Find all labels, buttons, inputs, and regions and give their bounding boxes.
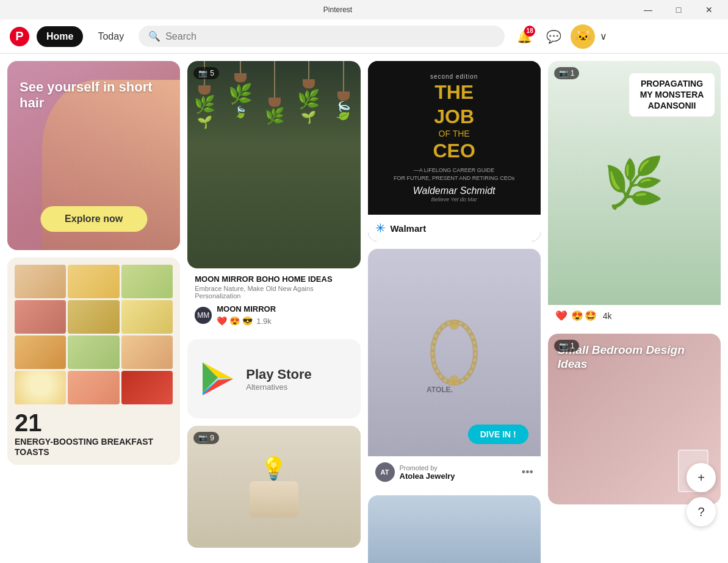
monstera-overlay-text: PROPAGATING MY MONSTERA ADANSONII (629, 73, 715, 117)
play-store-text: Play Store Alternatives (246, 367, 312, 392)
ceo-title-job: JOB (434, 107, 474, 126)
atolea-avatar: AT (375, 462, 395, 482)
hair-explore-card[interactable]: See yourself in short hair Explore now (7, 61, 180, 250)
explore-now-button[interactable]: Explore now (40, 206, 147, 232)
dive-in-button[interactable]: DIVE IN ! (468, 425, 528, 444)
walmart-icon: ✳ (375, 221, 386, 235)
cool-emoji: 😎 (242, 316, 253, 326)
fab-help-button[interactable]: ? (687, 497, 716, 526)
blue-room-card[interactable] (368, 495, 541, 563)
room-floor (250, 481, 298, 518)
play-store-card[interactable]: Play Store Alternatives (187, 339, 360, 418)
promoted-label: Promoted by (400, 464, 455, 472)
reaction-count: 1.9k (256, 317, 272, 326)
rope-5 (343, 61, 344, 91)
camera-icon-4: 📷 (559, 342, 568, 350)
hair-card-title: See yourself in short hair (20, 79, 180, 112)
leaves-1: 🌿 (194, 95, 215, 115)
ceo-title-the: THE (434, 82, 474, 102)
toast-cell-6 (121, 300, 173, 334)
play-store-title: Play Store (246, 367, 312, 382)
face-emoji-2: 🤩 (585, 310, 597, 321)
chevron-down-button[interactable]: ∨ (600, 30, 607, 42)
face-emojis: 😍 🤩 (571, 310, 597, 321)
plant-2: 🌿 🍃 (228, 61, 253, 119)
monstera-image: 📷 1 🌿 PROPAGATING MY MONSTERA ADANSONII (548, 61, 721, 305)
close-button[interactable]: ✕ (695, 0, 723, 20)
pinterest-logo: P (10, 27, 29, 46)
camera-icon-3: 📷 (559, 69, 568, 77)
ceo-author: Waldemar Schmidt (413, 185, 496, 196)
column-3: second edition THE JOB OF THE CEO —A LIF… (368, 61, 541, 563)
toast-cell-7 (15, 335, 66, 369)
toast-number: 21 (15, 409, 173, 437)
room-photo-count: 📷 9 (193, 432, 219, 444)
monstera-likes-row: ❤️ 😍 🤩 4k (548, 305, 721, 326)
cat-icon: 🐱 (575, 29, 591, 45)
leaves-4: 🍃 (234, 106, 247, 119)
leaves-6: 🌿 (297, 88, 320, 110)
search-input[interactable] (165, 31, 495, 42)
face-emoji-1: 😍 (571, 310, 583, 321)
toast-card[interactable]: 21 ENERGY-BOOSTING BREAKFAST TOASTS (7, 257, 180, 465)
atolea-info-left: AT Promoted by Atolea Jewelry (375, 462, 455, 482)
boho-card[interactable]: 📷 9 5 🌿 🌱 (187, 61, 360, 332)
rope-3 (274, 61, 275, 98)
toast-cell-2 (68, 265, 119, 298)
plant-4: 🌿 🌱 (297, 61, 320, 124)
jewelry-card[interactable]: ATOLE. DIVE IN ! AT Promoted by Atolea J… (368, 249, 541, 488)
rope-4 (308, 61, 309, 79)
boho-title: MOON MIRROR BOHO HOME IDEAS (195, 274, 353, 284)
toast-cell-9 (121, 335, 173, 369)
toast-cell-5 (68, 300, 119, 334)
walmart-name: Walmart (391, 223, 427, 234)
svg-point-3 (449, 320, 459, 330)
leaves-8: 🍃 (333, 101, 354, 121)
window-bar: Pinterest — □ ✕ (0, 0, 728, 20)
atolea-name: Atolea Jewelry (400, 472, 455, 481)
atolea-text: Promoted by Atolea Jewelry (400, 464, 455, 481)
ceo-desc: —A LIFELONG CAREER GUIDEFOR FUTURE, PRES… (394, 167, 514, 182)
main-content: See yourself in short hair Explore now (0, 54, 728, 563)
ring-svg: ATOLE. (417, 307, 491, 398)
boho-photo-count: 📷 9 5 (193, 67, 219, 79)
fab-plus-button[interactable]: + (687, 463, 716, 492)
notification-button[interactable]: 🔔 18 (512, 24, 536, 49)
maximize-button[interactable]: □ (665, 0, 693, 20)
user-avatar[interactable]: 🐱 (571, 24, 595, 49)
window-title: Pinterest (41, 5, 634, 14)
camera-icon: 📷 (198, 69, 207, 77)
svg-point-4 (449, 375, 459, 385)
ceo-title-ofthe: OF THE (439, 129, 470, 138)
camera-icon-2: 📷 (198, 434, 207, 442)
bedroom-photo-count: 📷 1 (554, 340, 580, 352)
toast-image-grid (15, 265, 173, 404)
plant-5: 🍃 (333, 61, 354, 121)
atolea-row: AT Promoted by Atolea Jewelry ••• (368, 456, 541, 488)
column-1: See yourself in short hair Explore now (7, 61, 180, 465)
ceo-author-sub: Believe Yet do Mar (431, 196, 477, 203)
today-button[interactable]: Today (90, 26, 131, 47)
boho-info: MOON MIRROR BOHO HOME IDEAS Embrace Natu… (187, 268, 360, 332)
monstera-photo-count: 📷 1 (554, 67, 580, 79)
leaves-2: 🌱 (197, 115, 212, 129)
more-options-button[interactable]: ••• (522, 466, 533, 479)
likes-count: 4k (603, 311, 612, 321)
monstera-card[interactable]: 📷 1 🌿 PROPAGATING MY MONSTERA ADANSONII … (548, 61, 721, 326)
pot-1 (198, 85, 211, 95)
ceo-book-card[interactable]: second edition THE JOB OF THE CEO —A LIF… (368, 61, 541, 242)
blue-room-image (368, 495, 541, 563)
boho-username: MOON MIRROR (217, 304, 276, 314)
minimize-button[interactable]: — (634, 0, 662, 20)
ceo-title-ceo: CEO (433, 141, 475, 160)
jewelry-image: ATOLE. DIVE IN ! (368, 249, 541, 456)
fab-buttons: + ? (687, 463, 716, 526)
heart-icon: ❤️ (555, 310, 568, 321)
leaves-3: 🌿 (228, 82, 253, 106)
pot-5 (337, 91, 350, 101)
toast-cell-10 (15, 371, 66, 404)
boho-image: 🌿 🌱 🌿 🍃 🌿 (187, 61, 360, 268)
room-chandelier-card[interactable]: 📷 9 💡 (187, 426, 360, 548)
home-button[interactable]: Home (37, 26, 83, 47)
message-button[interactable]: 💬 (541, 24, 566, 49)
